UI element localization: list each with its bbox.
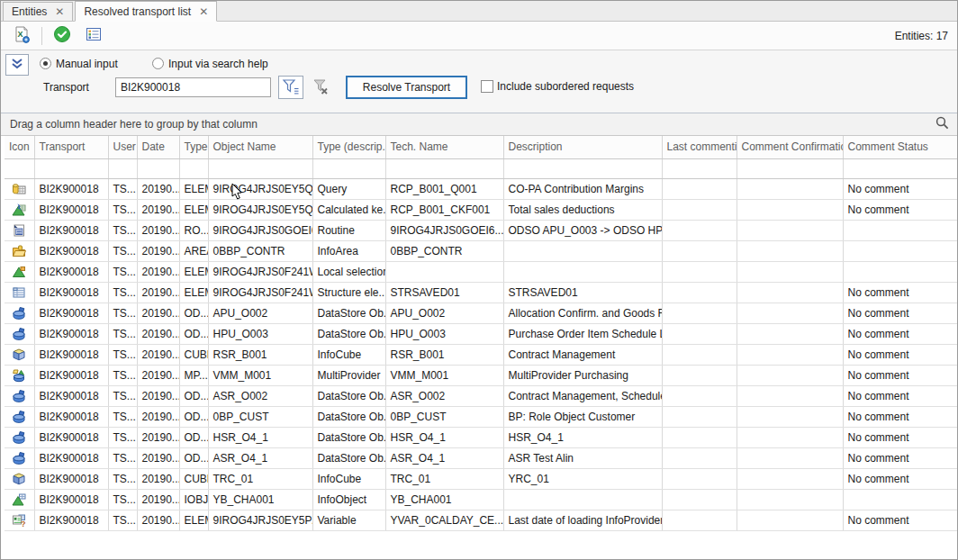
cell-type-desc[interactable]: InfoObject xyxy=(312,489,385,510)
column-filter-cell[interactable] xyxy=(503,158,662,178)
cell-transport[interactable]: BI2K900018 xyxy=(34,365,108,385)
cell-type[interactable]: ELEM xyxy=(179,261,208,282)
cell-comment-confirmation[interactable] xyxy=(737,240,843,261)
group-by-bar[interactable]: Drag a column header here to group by th… xyxy=(1,113,957,136)
cell-type[interactable]: IOBJ xyxy=(179,489,208,510)
cell-type-desc[interactable]: Variable xyxy=(312,510,385,530)
cell-user[interactable]: TS... xyxy=(108,199,137,220)
cell-date[interactable]: 20190... xyxy=(137,220,179,240)
close-icon[interactable]: ✕ xyxy=(55,6,64,17)
cell-object-name[interactable]: 0BP_CUST xyxy=(208,406,312,427)
cell-description[interactable]: BP: Role Object Customer xyxy=(503,406,662,427)
cell-tech-name[interactable]: APU_O002 xyxy=(385,303,503,323)
cell-description[interactable]: ODSO APU_O003 -> ODSO HPU... xyxy=(503,220,662,240)
cell-object-name[interactable]: HPU_O003 xyxy=(208,323,312,344)
cell-date[interactable]: 20190... xyxy=(137,510,179,530)
cell-date[interactable]: 20190... xyxy=(137,240,179,261)
cell-type-desc[interactable]: Local selection xyxy=(312,261,385,282)
column-filter-cell[interactable] xyxy=(385,158,503,178)
cell-user[interactable]: TS... xyxy=(108,220,137,240)
cell-comment-confirmation[interactable] xyxy=(737,323,843,344)
cell-user[interactable]: TS... xyxy=(108,406,137,427)
cell-type[interactable]: OD... xyxy=(179,323,208,344)
cell-comment-status[interactable]: No comment xyxy=(843,427,957,447)
include-suborders-checkbox[interactable] xyxy=(481,80,493,93)
routine-icon[interactable] xyxy=(5,220,34,240)
column-header-transport[interactable]: Transport xyxy=(34,136,108,158)
cell-transport[interactable]: BI2K900018 xyxy=(34,468,108,489)
cell-comment-confirmation[interactable] xyxy=(737,468,843,489)
cell-date[interactable]: 20190... xyxy=(137,447,179,468)
cell-comment-status[interactable]: No comment xyxy=(843,447,957,468)
cell-description[interactable]: Last date of loading InfoProvider xyxy=(503,510,662,530)
search-button[interactable] xyxy=(935,115,950,133)
cell-last-comment[interactable] xyxy=(662,282,737,303)
transport-input[interactable] xyxy=(115,77,271,97)
cell-last-comment[interactable] xyxy=(662,489,737,510)
column-filter-cell[interactable] xyxy=(843,158,957,178)
cell-transport[interactable]: BI2K900018 xyxy=(34,406,108,427)
cell-date[interactable]: 20190... xyxy=(137,303,179,323)
column-filter-cell[interactable] xyxy=(312,158,385,178)
cell-last-comment[interactable] xyxy=(662,323,737,344)
cell-description[interactable] xyxy=(503,489,662,510)
cell-type[interactable]: ELEM xyxy=(179,282,208,303)
cell-description[interactable]: MultiProvider Purchasing xyxy=(503,365,662,385)
cell-comment-status[interactable]: No comment xyxy=(843,344,957,365)
cell-comment-status[interactable] xyxy=(843,240,957,261)
cell-object-name[interactable]: 0BBP_CONTR xyxy=(208,240,312,261)
clear-filter-button[interactable] xyxy=(308,76,333,99)
column-header-object-name[interactable]: Object Name xyxy=(208,136,312,158)
cell-date[interactable]: 20190... xyxy=(137,365,179,385)
cell-object-name[interactable]: VMM_M001 xyxy=(208,365,312,385)
cell-comment-confirmation[interactable] xyxy=(737,510,843,530)
cell-type-desc[interactable]: MultiProvider xyxy=(312,365,385,385)
cell-user[interactable]: TS... xyxy=(108,447,137,468)
column-header-description[interactable]: Description xyxy=(503,136,662,158)
column-filter-cell[interactable] xyxy=(137,158,179,178)
cell-transport[interactable]: BI2K900018 xyxy=(34,261,108,282)
cell-type-desc[interactable]: DataStore Ob... xyxy=(312,447,385,468)
confirm-button[interactable] xyxy=(50,24,74,48)
cell-tech-name[interactable]: YB_CHA001 xyxy=(385,489,503,510)
cell-description[interactable]: Total sales deductions xyxy=(503,199,662,220)
cell-type[interactable]: ELEM xyxy=(179,510,208,530)
search-help-radio[interactable] xyxy=(152,58,164,69)
cell-user[interactable]: TS... xyxy=(108,282,137,303)
cell-type-desc[interactable]: DataStore Ob... xyxy=(312,427,385,447)
cell-object-name[interactable]: 9IROG4JRJS0F241W... xyxy=(208,282,312,303)
cell-comment-status[interactable] xyxy=(843,220,957,240)
cell-comment-status[interactable]: No comment xyxy=(843,303,957,323)
cell-tech-name[interactable]: 0BBP_CONTR xyxy=(385,240,503,261)
cell-object-name[interactable]: 9IROG4JRJS0F241W... xyxy=(208,261,312,282)
column-header-type-descrip[interactable]: Type (descrip... xyxy=(312,136,385,158)
cell-user[interactable]: TS... xyxy=(108,240,137,261)
cell-type-desc[interactable]: InfoArea xyxy=(312,240,385,261)
cell-description[interactable]: STRSAVED01 xyxy=(503,282,662,303)
cell-type-desc[interactable]: DataStore Ob... xyxy=(312,406,385,427)
cell-comment-confirmation[interactable] xyxy=(737,489,843,510)
cell-type[interactable]: MP... xyxy=(179,365,208,385)
column-header-user[interactable]: User xyxy=(108,136,137,158)
cell-tech-name[interactable]: STRSAVED01 xyxy=(385,282,503,303)
cell-last-comment[interactable] xyxy=(662,261,737,282)
cell-type[interactable]: RO... xyxy=(179,220,208,240)
cell-comment-status[interactable] xyxy=(843,489,957,510)
cell-comment-status[interactable]: No comment xyxy=(843,406,957,427)
cell-tech-name[interactable]: RCP_B001_CKF001 xyxy=(385,199,503,220)
cell-description[interactable]: ASR Test Alin xyxy=(503,447,662,468)
cell-last-comment[interactable] xyxy=(662,178,737,199)
cell-user[interactable]: TS... xyxy=(108,489,137,510)
infocube-icon[interactable] xyxy=(5,468,34,489)
cell-last-comment[interactable] xyxy=(662,385,737,406)
cell-tech-name[interactable]: ASR_O4_1 xyxy=(385,447,503,468)
cell-user[interactable]: TS... xyxy=(108,468,137,489)
cell-type[interactable]: OD... xyxy=(179,406,208,427)
query-icon[interactable] xyxy=(5,178,34,199)
cell-tech-name[interactable]: 0BP_CUST xyxy=(385,406,503,427)
cell-date[interactable]: 20190... xyxy=(137,261,179,282)
cell-description[interactable]: Purchase Order Item Schedule Li... xyxy=(503,323,662,344)
cell-date[interactable]: 20190... xyxy=(137,489,179,510)
tab-resolved-transport-list[interactable]: Resolved transport list ✕ xyxy=(75,1,217,22)
cell-comment-confirmation[interactable] xyxy=(737,365,843,385)
